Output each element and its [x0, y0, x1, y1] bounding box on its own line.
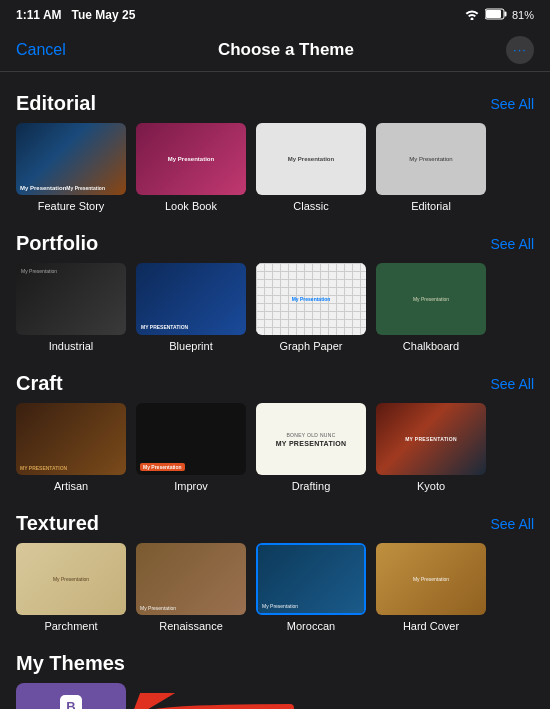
page-title: Choose a Theme — [218, 40, 354, 60]
my-themes-title: My Themes — [16, 652, 125, 675]
portfolio-title: Portfolio — [16, 232, 98, 255]
section-my-themes: My Themes B Lorem Ipsum Dolor ipsum sub … — [0, 652, 550, 709]
feature-story-label: Feature Story — [38, 200, 105, 212]
chalkboard-thumb: My Presentation — [376, 263, 486, 335]
chalkboard-label: Chalkboard — [403, 340, 459, 352]
svg-rect-2 — [504, 11, 506, 16]
wifi-icon — [464, 8, 480, 23]
cancel-button[interactable]: Cancel — [16, 41, 66, 59]
theme-hard-cover[interactable]: My Presentation Hard Cover — [376, 543, 486, 632]
svg-rect-1 — [486, 10, 501, 18]
my-themes-header: My Themes — [0, 652, 550, 683]
graph-paper-label: Graph Paper — [280, 340, 343, 352]
parchment-thumb: My Presentation — [16, 543, 126, 615]
improv-label: Improv — [174, 480, 208, 492]
moroccan-thumb: My Presentation — [256, 543, 366, 615]
battery-icon — [485, 8, 507, 23]
textured-see-all[interactable]: See All — [490, 516, 534, 532]
theme-look-book[interactable]: My Presentation Look Book — [136, 123, 246, 212]
improv-thumb: My Presentation — [136, 403, 246, 475]
portfolio-header: Portfolio See All — [0, 232, 550, 263]
craft-header: Craft See All — [0, 372, 550, 403]
theme-industrial[interactable]: My Presentation Industrial — [16, 263, 126, 352]
theme-chalkboard[interactable]: My Presentation Chalkboard — [376, 263, 486, 352]
portfolio-theme-row: My Presentation Industrial MY PRESENTATI… — [0, 263, 550, 352]
craft-see-all[interactable]: See All — [490, 376, 534, 392]
drafting-label: Drafting — [292, 480, 331, 492]
look-book-thumb: My Presentation — [136, 123, 246, 195]
theme-graph-paper[interactable]: My Presentation Graph Paper — [256, 263, 366, 352]
more-button[interactable]: ··· — [506, 36, 534, 64]
arrow-svg — [120, 693, 300, 709]
theme-improv[interactable]: My Presentation Improv — [136, 403, 246, 492]
section-portfolio: Portfolio See All My Presentation Indust… — [0, 232, 550, 352]
kyoto-label: Kyoto — [417, 480, 445, 492]
feature-story-thumb: My Presentation — [16, 123, 126, 195]
theme-classic[interactable]: My Presentation Classic — [256, 123, 366, 212]
blueprint-thumb: MY PRESENTATION — [136, 263, 246, 335]
artisan-thumb: MY PRESENTATION — [16, 403, 126, 475]
theme-blueprint[interactable]: MY PRESENTATION Blueprint — [136, 263, 246, 352]
classic-thumb: My Presentation — [256, 123, 366, 195]
graph-paper-thumb: My Presentation — [256, 263, 366, 335]
renaissance-label: Renaissance — [159, 620, 223, 632]
status-bar: 1:11 AM Tue May 25 81% — [0, 0, 550, 28]
my-themes-row: B Lorem Ipsum Dolor ipsum sub nec Lorem … — [0, 683, 550, 709]
renaissance-thumb: My Presentation — [136, 543, 246, 615]
lorem-ipsum-thumb: B Lorem Ipsum Dolor ipsum sub nec — [16, 683, 126, 709]
drafting-thumb: BONEY OLD NUNC MY PRESENTATION — [256, 403, 366, 475]
theme-drafting[interactable]: BONEY OLD NUNC MY PRESENTATION Drafting — [256, 403, 366, 492]
editorial-label: Editorial — [411, 200, 451, 212]
nav-bar: Cancel Choose a Theme ··· — [0, 28, 550, 72]
portfolio-see-all[interactable]: See All — [490, 236, 534, 252]
industrial-label: Industrial — [49, 340, 94, 352]
status-indicators: 81% — [464, 8, 534, 23]
theme-moroccan[interactable]: My Presentation Moroccan — [256, 543, 366, 632]
editorial-theme-row: My Presentation Feature Story My Present… — [0, 123, 550, 212]
craft-title: Craft — [16, 372, 63, 395]
theme-parchment[interactable]: My Presentation Parchment — [16, 543, 126, 632]
section-editorial: Editorial See All My Presentation Featur… — [0, 92, 550, 212]
editorial-title: Editorial — [16, 92, 96, 115]
moroccan-label: Moroccan — [287, 620, 335, 632]
theme-icon: B — [60, 695, 82, 709]
editorial-thumb: My Presentation — [376, 123, 486, 195]
theme-artisan[interactable]: MY PRESENTATION Artisan — [16, 403, 126, 492]
theme-kyoto[interactable]: MY PRESENTATION Kyoto — [376, 403, 486, 492]
textured-theme-row: My Presentation Parchment My Presentatio… — [0, 543, 550, 632]
editorial-see-all[interactable]: See All — [490, 96, 534, 112]
classic-label: Classic — [293, 200, 328, 212]
arrow-indicator — [120, 693, 300, 709]
textured-title: Textured — [16, 512, 99, 535]
look-book-label: Look Book — [165, 200, 217, 212]
hard-cover-thumb: My Presentation — [376, 543, 486, 615]
more-icon: ··· — [513, 42, 527, 57]
battery-percent: 81% — [512, 9, 534, 21]
theme-scroll-area: Editorial See All My Presentation Featur… — [0, 72, 550, 709]
blueprint-label: Blueprint — [169, 340, 212, 352]
section-craft: Craft See All MY PRESENTATION Artisan My… — [0, 372, 550, 492]
parchment-label: Parchment — [44, 620, 97, 632]
hard-cover-label: Hard Cover — [403, 620, 459, 632]
artisan-label: Artisan — [54, 480, 88, 492]
theme-editorial[interactable]: My Presentation Editorial — [376, 123, 486, 212]
editorial-header: Editorial See All — [0, 92, 550, 123]
theme-lorem-ipsum[interactable]: B Lorem Ipsum Dolor ipsum sub nec Lorem … — [16, 683, 126, 709]
industrial-thumb: My Presentation — [16, 263, 126, 335]
theme-renaissance[interactable]: My Presentation Renaissance — [136, 543, 246, 632]
section-textured: Textured See All My Presentation Parchme… — [0, 512, 550, 632]
kyoto-thumb: MY PRESENTATION — [376, 403, 486, 475]
status-time: 1:11 AM Tue May 25 — [16, 8, 135, 22]
textured-header: Textured See All — [0, 512, 550, 543]
theme-feature-story[interactable]: My Presentation Feature Story — [16, 123, 126, 212]
craft-theme-row: MY PRESENTATION Artisan My Presentation … — [0, 403, 550, 492]
